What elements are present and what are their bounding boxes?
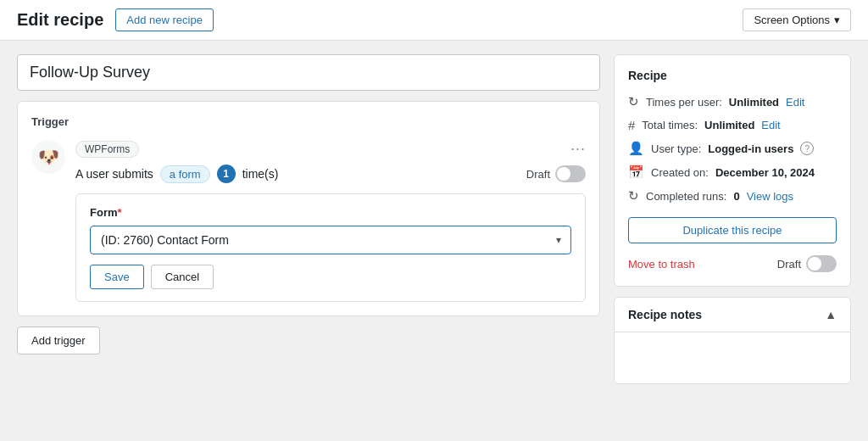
move-to-trash-link[interactable]: Move to trash	[628, 258, 695, 271]
completed-label: Completed runs:	[646, 190, 726, 203]
times-per-user-value: Unlimited	[729, 96, 779, 109]
trigger-top: WPForms ···	[75, 140, 586, 158]
trigger-desc-prefix: A user submits	[75, 167, 153, 181]
main-content: Trigger 🐶 WPForms ··· A user submits	[0, 41, 868, 438]
required-indicator: *	[118, 206, 122, 219]
total-times-value: Unlimited	[704, 119, 754, 131]
cancel-button[interactable]: Cancel	[151, 265, 214, 289]
created-label: Created on:	[651, 166, 709, 179]
sidebar-draft-toggle-row: Draft	[777, 255, 837, 272]
notes-header: Recipe notes ▲	[615, 298, 850, 332]
trash-draft-row: Move to trash Draft	[628, 255, 837, 272]
trigger-desc-suffix: time(s)	[242, 167, 279, 181]
help-icon[interactable]: ?	[800, 142, 814, 155]
form-actions: Save Cancel	[90, 265, 571, 289]
total-times-row: # Total times: Unlimited Edit	[628, 118, 837, 132]
form-select-wrapper: (ID: 2760) Contact Form ▾	[90, 226, 571, 254]
form-card: Form* (ID: 2760) Contact Form ▾ Save Can…	[75, 193, 586, 302]
top-bar: Edit recipe Add new recipe Screen Option…	[0, 0, 868, 41]
screen-options-button[interactable]: Screen Options ▾	[743, 8, 851, 31]
total-times-edit-link[interactable]: Edit	[761, 119, 780, 131]
recipe-meta-box-title: Recipe	[628, 69, 837, 82]
user-type-row: 👤 User type: Logged-in users ?	[628, 141, 837, 156]
page-title: Edit recipe	[17, 10, 103, 30]
a-form-badge[interactable]: a form	[160, 165, 210, 183]
trigger-top-left: WPForms	[75, 141, 139, 158]
sidebar-draft-toggle[interactable]	[806, 255, 837, 272]
chevron-down-icon: ▾	[834, 14, 840, 26]
completed-value: 0	[733, 190, 739, 203]
trigger-description: A user submits a form 1 time(s) Draft	[75, 165, 586, 183]
notes-collapse-icon[interactable]: ▲	[825, 308, 837, 321]
trigger-more-icon[interactable]: ···	[570, 140, 586, 158]
sidebar-draft-label: Draft	[777, 258, 801, 271]
recipe-notes-box: Recipe notes ▲	[614, 297, 851, 384]
user-type-value: Logged-in users	[708, 142, 793, 155]
created-value: December 10, 2024	[715, 166, 815, 179]
trigger-icon: 🐶	[31, 140, 65, 174]
calendar-icon: 📅	[628, 165, 644, 180]
recipe-title-input[interactable]	[17, 54, 600, 91]
view-logs-link[interactable]: View logs	[747, 190, 793, 203]
created-on-row: 📅 Created on: December 10, 2024	[628, 165, 837, 180]
add-new-recipe-button[interactable]: Add new recipe	[115, 8, 214, 31]
trigger-section: Trigger 🐶 WPForms ··· A user submits	[17, 101, 600, 316]
hash-icon: #	[628, 118, 635, 132]
trigger-row: 🐶 WPForms ··· A user submits a form 1	[31, 140, 586, 302]
user-icon: 👤	[628, 141, 644, 156]
notes-title: Recipe notes	[628, 308, 702, 321]
times-per-user-edit-link[interactable]: Edit	[786, 96, 804, 109]
notes-body	[615, 332, 850, 383]
screen-options-label: Screen Options	[754, 14, 830, 26]
draft-toggle[interactable]	[555, 165, 586, 182]
duplicate-recipe-button[interactable]: Duplicate this recipe	[628, 217, 837, 243]
times-per-user-label: Times per user:	[646, 96, 722, 109]
draft-toggle-row: Draft	[526, 165, 586, 182]
left-panel: Trigger 🐶 WPForms ··· A user submits	[17, 54, 600, 424]
save-button[interactable]: Save	[90, 265, 144, 289]
completed-icon: ↻	[628, 188, 639, 204]
trigger-body: WPForms ··· A user submits a form 1 time…	[75, 140, 586, 302]
page-title-area: Edit recipe Add new recipe	[17, 8, 214, 31]
form-field-label: Form*	[90, 206, 571, 219]
times-per-user-row: ↻ Times per user: Unlimited Edit	[628, 94, 837, 109]
user-type-label: User type:	[651, 142, 701, 155]
completed-runs-row: ↻ Completed runs: 0 View logs	[628, 188, 837, 204]
trigger-label: Trigger	[31, 115, 586, 128]
times-badge: 1	[217, 165, 236, 183]
add-trigger-button[interactable]: Add trigger	[17, 327, 100, 354]
total-times-label: Total times:	[642, 119, 698, 131]
refresh-icon: ↻	[628, 94, 639, 109]
right-panel: Recipe ↻ Times per user: Unlimited Edit …	[614, 54, 851, 424]
draft-label: Draft	[526, 168, 550, 181]
recipe-meta-box: Recipe ↻ Times per user: Unlimited Edit …	[614, 54, 851, 287]
wpforms-badge: WPForms	[75, 141, 139, 158]
form-select[interactable]: (ID: 2760) Contact Form	[90, 226, 571, 254]
